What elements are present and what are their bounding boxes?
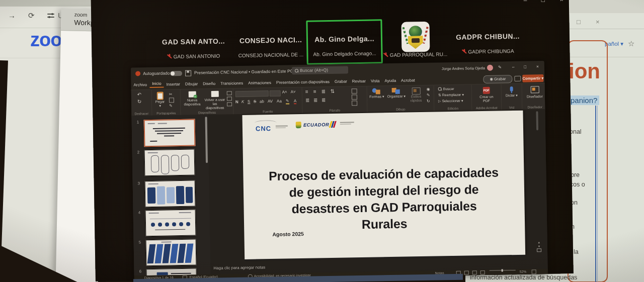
slide-thumbnail[interactable] (146, 239, 197, 266)
menu-vista[interactable]: Vista (368, 78, 382, 83)
maximize-icon[interactable]: □ (541, 0, 545, 4)
card-edge-line (595, 106, 596, 282)
arrange-button[interactable]: Organizar ▾ (386, 88, 407, 99)
slide-thumbnail[interactable] (144, 149, 195, 176)
menu-insertar[interactable]: Insertar (164, 81, 183, 86)
close-icon[interactable]: × (536, 64, 539, 69)
indent-icon[interactable]: ≣ (321, 88, 326, 94)
document-title[interactable]: Presentación CNC Nacional • Guardado en … (194, 68, 296, 75)
align-center-icon[interactable]: ≣ (313, 97, 318, 103)
menu-presentacion[interactable]: Presentación con diapositivas (274, 79, 332, 84)
slide-thumbnail[interactable] (145, 210, 196, 237)
slideshow-view-icon[interactable] (480, 270, 485, 274)
replace-button[interactable]: ⇅ Reemplazar ▾ (438, 93, 464, 98)
user-avatar[interactable] (487, 65, 493, 71)
menu-acrobat[interactable]: Acrobat (398, 78, 418, 83)
section-icon[interactable] (227, 102, 232, 106)
comment-icon[interactable] (514, 76, 521, 81)
reading-view-icon[interactable] (472, 270, 477, 274)
close-icon[interactable]: × (560, 0, 564, 3)
minimize-icon[interactable]: – (512, 64, 515, 69)
underline-button[interactable]: S (248, 100, 250, 104)
format-painter-icon[interactable]: ✎ (169, 104, 173, 108)
select-button[interactable]: ▷ Seleccionar ▾ (438, 99, 463, 104)
forward-icon[interactable]: → (8, 11, 16, 20)
share-button[interactable]: Compartir ▾ (522, 74, 543, 82)
shape-outline-icon[interactable]: ✎ (427, 93, 430, 98)
slide-sorter-icon[interactable] (464, 271, 469, 275)
reuse-slides-button[interactable]: Volver a usar las diapositivas (204, 90, 226, 110)
redo-icon[interactable]: ↻ (137, 99, 142, 104)
paste-button[interactable]: Pegar ▾ (154, 91, 167, 108)
cut-icon[interactable]: ✂ (169, 92, 173, 97)
align-text-icon[interactable] (352, 95, 357, 100)
bold-button[interactable]: N (235, 100, 238, 104)
slide-nav-buttons[interactable]: ▴▾ (537, 240, 541, 253)
close-icon[interactable]: × (596, 18, 600, 26)
shrink-font-icon[interactable]: A˅ (291, 89, 296, 94)
reload-icon[interactable]: ⟳ (28, 11, 35, 20)
font-name-select[interactable] (235, 90, 269, 97)
participant-tile[interactable]: GADPR CHIBUN... GADPR CHIBUNGA (451, 17, 524, 59)
record-button[interactable]: ◉ Grabar (483, 75, 512, 83)
shapes-button[interactable]: Formas ▾ (368, 88, 385, 99)
search-input[interactable]: Buscar (Alt+Q) (292, 66, 348, 74)
menu-dibujar[interactable]: Dibujar (183, 81, 200, 86)
align-left-icon[interactable]: ≣ (305, 98, 310, 103)
grow-font-icon[interactable]: A˄ (282, 89, 287, 94)
text-direction-icon[interactable] (352, 88, 357, 93)
thumbnail-scrollbar[interactable] (205, 117, 208, 163)
bookmark-star-icon[interactable]: ☆ (628, 39, 634, 48)
reset-icon[interactable] (227, 97, 232, 101)
menu-diseno[interactable]: Diseño (200, 81, 218, 86)
restore-icon[interactable]: □ (524, 64, 526, 69)
menu-inicio[interactable]: Inicio (149, 81, 164, 87)
participant-tile[interactable]: GAD SAN ANTO... GAD SAN ANTONIO (151, 22, 235, 64)
autosave-toggle[interactable] (170, 71, 182, 76)
slide-thumbnail[interactable] (145, 180, 196, 208)
minimize-icon[interactable]: – (524, 0, 527, 4)
create-pdf-button[interactable]: PDF Crear un PDF (476, 87, 498, 104)
aa-button[interactable]: Aa (277, 99, 282, 104)
line-spacing-icon[interactable]: ⇅ (331, 88, 335, 94)
smartart-icon[interactable] (352, 101, 357, 106)
font-size-select[interactable] (270, 90, 281, 97)
highlight-color-button[interactable]: ✎ (286, 99, 289, 104)
strikethrough-button[interactable]: S (254, 99, 256, 104)
participant-tile[interactable]: CONSEJO NACI... CONSEJO NACIONAL DE ... (234, 21, 306, 63)
align-right-icon[interactable]: ≣ (321, 97, 326, 103)
designer-button[interactable]: Diseñador (524, 86, 545, 99)
current-slide[interactable]: CNC ECUADOR Proceso de evaluación de cap… (242, 111, 525, 259)
restore-icon[interactable]: □ (577, 18, 581, 26)
menu-grabar[interactable]: Grabar (332, 79, 350, 84)
character-spacing-button[interactable]: ab (260, 99, 264, 104)
slide-scrollbar[interactable] (536, 111, 538, 130)
italic-button[interactable]: K (242, 100, 244, 104)
copy-icon[interactable] (169, 98, 174, 103)
save-icon[interactable] (185, 70, 191, 76)
numbering-icon[interactable]: ≡ (313, 89, 316, 95)
pen-icon[interactable]: ✎ (498, 64, 502, 69)
menu-revisar[interactable]: Revisar (350, 78, 368, 83)
font-color-button[interactable]: A (294, 99, 297, 104)
menu-ayuda[interactable]: Ayuda (382, 78, 398, 83)
undo-icon[interactable]: ↶ (137, 91, 142, 97)
menu-animaciones[interactable]: Animaciones (246, 80, 274, 85)
tune-icon[interactable] (47, 13, 54, 18)
dictate-button[interactable]: Dictar ▾ (504, 86, 520, 98)
menu-archivo[interactable]: Archivo (131, 82, 149, 87)
active-speaker-tile[interactable]: Ab. Gino Delga... Ab. Gino Delgado Conag… (306, 19, 382, 64)
bullets-icon[interactable]: ≡ (305, 89, 308, 95)
new-slide-button[interactable]: + Nueva diapositiva (182, 91, 203, 107)
menu-transiciones[interactable]: Transiciones (218, 80, 246, 85)
shape-effects-icon[interactable]: ↻ (427, 99, 430, 104)
slide-thumbnail[interactable] (144, 119, 196, 147)
find-button[interactable]: Buscar (438, 87, 454, 91)
zoom-slider[interactable] (490, 270, 516, 271)
quick-styles-button[interactable]: Estilos rápidos (409, 87, 424, 103)
participant-tile[interactable]: GAD PARROQUIAL RU... (379, 18, 451, 60)
layout-icon[interactable] (227, 91, 232, 95)
change-case-button[interactable]: AV (268, 99, 273, 104)
fit-slide-icon[interactable] (532, 269, 536, 274)
shape-fill-icon[interactable]: ◉ (427, 87, 430, 91)
